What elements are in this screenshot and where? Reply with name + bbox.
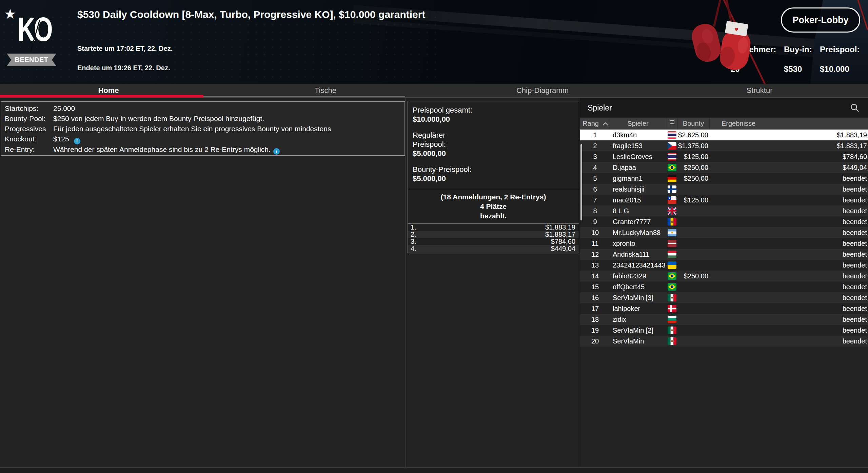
column-header-rank[interactable]: Rang [580,118,610,130]
player-bounty: $125,00 [677,153,710,161]
column-header-flag[interactable] [666,118,677,130]
entries-summary-line: 4 Plätze [408,202,579,211]
column-divider [406,98,406,467]
player-row[interactable]: 4D.japaa$250,00$449,04 [580,162,868,173]
player-row[interactable]: 12Andriska111beendet [580,249,868,260]
player-result: $449,04 [710,164,868,172]
player-flag [666,185,677,193]
flag-icon-czechia [668,142,676,150]
payout-row: 4.$449,04 [408,245,579,252]
stat-label: Buy-in: [784,45,812,54]
player-rank: 6 [580,185,610,193]
scrollbar-thumb[interactable] [580,144,582,220]
tournament-info-panel: Startchips:25.000Bounty-Pool:$250 von je… [1,101,405,156]
player-name: LeslieGroves [610,153,666,161]
info-row-text: Während der späten Anmeldephase sind bis… [53,144,405,155]
player-rank: 10 [580,229,610,237]
payout-list: 1.$1.883,192.$1.883,173.$784,604.$449,04 [408,224,579,252]
player-row[interactable]: 11xprontobeendet [580,238,868,249]
player-result: beendet [710,283,868,291]
player-rank: 11 [580,240,610,248]
search-icon[interactable] [850,103,859,112]
flag-icon [668,120,675,128]
sort-asc-icon [603,122,608,128]
player-row[interactable]: 15offQbert45beendet [580,281,868,292]
player-result: beendet [710,185,868,193]
flag-icon-germany [668,175,676,182]
player-result: beendet [710,229,868,237]
prizepool-panel: Preispool gesamt:$10.000,00RegulärerPrei… [408,101,579,253]
star-icon: ★ [4,6,16,22]
player-row[interactable]: 6realsuhisjiibeendet [580,184,868,195]
player-name: realsuhisjii [610,185,666,193]
player-bounty: $250,00 [677,272,710,280]
players-table-header: RangSpielerBountyErgebnisse [580,118,868,130]
player-row[interactable]: 7mao2015$125,00beendet [580,195,868,205]
flag-icon-bulgaria [668,316,676,323]
player-name: mao2015 [610,196,666,204]
player-name: zidix [610,316,666,323]
player-row[interactable]: 14fabio82329$250,00beendet [580,271,868,281]
prizepool-value: $5.000,00 [413,174,579,183]
payout-amount: $449,04 [551,245,575,252]
player-flag [666,272,677,280]
player-result: beendet [710,240,868,248]
player-flag [666,327,677,334]
flag-icon-denmark [668,305,676,312]
player-row[interactable]: 17lahlpokerbeendet [580,303,868,314]
flag-icon-brazil [668,283,676,291]
tab-chip-diagramm[interactable]: Chip-Diagramm [434,84,651,97]
player-row[interactable]: 1d3km4n$2.625,00$1.883,19 [580,130,868,140]
player-rank: 5 [580,175,610,182]
flag-icon-ukraine [668,261,676,269]
flag-icon-mexico [668,294,676,301]
player-row[interactable]: 16SerVlaMin [3]beendet [580,292,868,303]
end-time: Endete um 19:26 ET, 22. Dez. [77,64,170,72]
player-bounty: $250,00 [677,175,710,182]
info-icon[interactable]: i [74,138,80,144]
player-result: beendet [710,305,868,313]
tournament-lobby-window: ♥ ★ KO BEENDET $530 Daily Cooldown [8-Ma… [0,0,868,473]
player-rank: 8 [580,207,610,215]
tab-bar: HomeTischeChip-DiagrammStruktur [0,84,868,98]
payout-place: 1. [411,224,416,231]
tab-tische[interactable]: Tische [217,84,434,97]
tab-struktur[interactable]: Struktur [651,84,868,97]
player-result: beendet [710,327,868,334]
player-row[interactable]: 10Mr.LuckyMan88beendet [580,227,868,238]
player-flag [666,283,677,291]
flag-icon-thailand [668,131,676,139]
player-row[interactable]: 2fragile153$1.375,00$1.883,17 [580,140,868,151]
player-result: beendet [710,294,868,302]
player-result: beendet [710,316,868,323]
ko-logo: KO [18,12,51,46]
stat-value: $530 [784,64,812,74]
prizepool-group: Preispool gesamt:$10.000,00 [413,105,579,124]
player-result: $784,60 [710,153,868,161]
player-row[interactable]: 19SerVlaMin [2]beendet [580,325,868,336]
info-row-text: $250 von jedem Buy-in werden dem Bounty-… [53,114,405,124]
player-row[interactable]: 20SerVlaMinbeendet [580,336,868,347]
tournament-title: $530 Daily Cooldown [8-Max, Turbo, Progr… [77,9,425,20]
column-header-bounty[interactable]: Bounty [677,118,710,130]
boxing-gloves-image: ♥ [688,0,760,81]
flag-icon-latvia [668,240,676,247]
player-flag [666,164,677,171]
poker-lobby-button[interactable]: Poker-Lobby [781,7,860,33]
prizepool-label: Preispool gesamt: [413,105,579,115]
prizepool-label: Bounty-Preispool: [413,165,579,174]
player-row[interactable]: 3LeslieGroves$125,00$784,60 [580,151,868,162]
player-row[interactable]: 9Granter7777beendet [580,216,868,227]
player-row[interactable]: 88 L Gbeendet [580,205,868,216]
player-row[interactable]: 18zidixbeendet [580,314,868,325]
info-icon[interactable]: i [273,148,280,155]
column-header-player[interactable]: Spieler [610,118,666,130]
player-row[interactable]: 5gigmann1$250,00beendet [580,173,868,184]
player-rank: 2 [580,142,610,150]
column-header-results[interactable]: Ergebnisse [710,118,868,130]
info-row: Bounty-Pool:$250 von jedem Buy-in werden… [5,114,405,124]
player-row[interactable]: 13234241234214432beendet [580,260,868,271]
stat-value: $10.000 [820,64,860,74]
prizepool-label: Preispool: [413,140,579,149]
player-name: fabio82329 [610,272,666,280]
